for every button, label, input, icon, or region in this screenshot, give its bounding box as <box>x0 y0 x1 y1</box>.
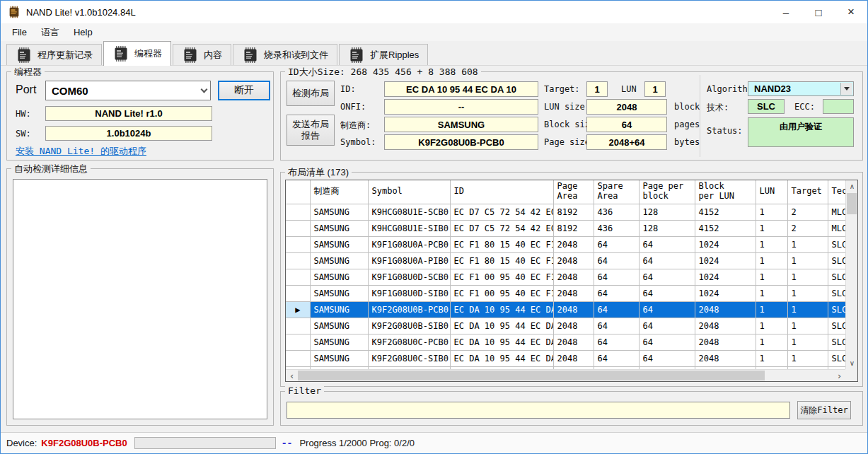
tab[interactable]: 扩展Ripples <box>339 44 428 65</box>
table-cell[interactable]: 1 <box>756 350 787 366</box>
table-cell[interactable]: 64 <box>639 269 695 285</box>
table-cell[interactable]: EC D7 C5 72 54 42 EC D7 <box>450 204 553 220</box>
tab[interactable]: 烧录和读到文件 <box>233 44 337 65</box>
tab[interactable]: 程序更新记录 <box>6 44 102 65</box>
table-cell[interactable]: 64 <box>639 301 695 318</box>
autodetect-textarea[interactable] <box>13 179 267 419</box>
table-cell[interactable]: 64 <box>639 318 695 334</box>
table-cell[interactable]: 436 <box>594 220 639 236</box>
table-cell[interactable]: 2048 <box>695 318 756 334</box>
table-cell[interactable]: K9F1G08U0A-PIB0 <box>368 252 450 269</box>
table-cell[interactable]: 64 <box>594 252 639 269</box>
table-cell[interactable]: SLC <box>828 269 845 285</box>
table-cell[interactable]: 1 <box>787 350 828 366</box>
table-cell[interactable]: 8192 <box>553 220 594 236</box>
table-cell[interactable]: 64 <box>594 236 639 252</box>
table-cell[interactable]: EC DA 10 95 44 EC DA 10 <box>450 318 553 334</box>
tab[interactable]: 编程器 <box>103 41 171 66</box>
table-cell[interactable]: SAMSUNG <box>310 318 368 334</box>
table-cell[interactable]: 64 <box>594 269 639 285</box>
table-cell[interactable]: 2048 <box>553 236 594 252</box>
table-cell[interactable]: EC F1 80 15 40 EC F1 80 <box>450 236 553 252</box>
scroll-left-icon[interactable]: ‹ <box>286 370 298 382</box>
table-cell[interactable]: EC F1 00 95 40 EC F1 00 <box>450 269 553 285</box>
table-cell[interactable]: SAMSUNG <box>310 236 368 252</box>
table-cell[interactable]: 2048 <box>553 252 594 269</box>
tab[interactable]: 内容 <box>173 44 231 65</box>
table-cell[interactable]: EC DA 10 95 44 EC DA 10 <box>450 350 553 366</box>
table-cell[interactable]: 4152 <box>695 204 756 220</box>
table-row[interactable]: ▶SAMSUNGK9F2G08U0B-PCB0EC DA 10 95 44 EC… <box>286 301 845 318</box>
clear-filter-button[interactable]: 清除Filter <box>797 401 851 419</box>
table-cell[interactable]: 2048 <box>553 301 594 318</box>
table-cell[interactable]: SAMSUNG <box>310 301 368 318</box>
maximize-button[interactable]: □ <box>802 1 835 23</box>
table-cell[interactable]: 2048 <box>553 334 594 350</box>
table-cell[interactable]: 64 <box>639 236 695 252</box>
table-cell[interactable]: 1 <box>787 318 828 334</box>
horizontal-scrollbar-thumb[interactable] <box>298 371 765 380</box>
disconnect-button[interactable]: 断开 <box>218 81 270 100</box>
table-cell[interactable]: 2 <box>787 220 828 236</box>
row-selector-cell[interactable] <box>286 204 310 220</box>
column-header[interactable]: Page Area <box>553 180 594 204</box>
table-cell[interactable]: 1 <box>756 301 787 318</box>
algorithm-dropdown-icon[interactable] <box>840 83 852 95</box>
send-layout-report-button[interactable]: 发送布局 报告 <box>287 115 335 146</box>
table-cell[interactable]: EC D7 C5 72 54 42 EC D7 <box>450 220 553 236</box>
table-row[interactable]: SAMSUNGK9F2G08U0C-PCB0EC DA 10 95 44 EC … <box>286 334 845 350</box>
table-cell[interactable]: 1 <box>756 220 787 236</box>
table-row[interactable]: SAMSUNGK9HCG08U1E-SCB0EC D7 C5 72 54 42 … <box>286 204 845 220</box>
filter-input[interactable] <box>287 402 790 419</box>
table-cell[interactable]: SAMSUNG <box>310 334 368 350</box>
table-cell[interactable]: K9HCG08U1E-SIB0 <box>368 220 450 236</box>
scroll-down-icon[interactable]: ∨ <box>846 357 858 369</box>
column-header[interactable]: Symbol <box>368 180 450 204</box>
column-header[interactable]: ID <box>450 180 553 204</box>
table-cell[interactable]: 64 <box>594 350 639 366</box>
table-row[interactable]: SAMSUNGK9F1G08U0A-PCB0EC F1 80 15 40 EC … <box>286 236 845 252</box>
vertical-scrollbar[interactable]: ∧ ∨ <box>845 180 857 369</box>
horizontal-scrollbar[interactable]: ‹ › <box>286 369 845 381</box>
table-cell[interactable]: 2048 <box>695 301 756 318</box>
table-row[interactable]: SAMSUNGK9F1G08U0D-SCB0EC F1 00 95 40 EC … <box>286 269 845 285</box>
table-cell[interactable]: 64 <box>639 285 695 301</box>
table-cell[interactable]: 1024 <box>695 252 756 269</box>
table-cell[interactable]: K9F2G08U0B-PCB0 <box>368 301 450 318</box>
algorithm-combobox[interactable]: NAND23 <box>748 81 854 96</box>
row-selector-cell[interactable] <box>286 285 310 301</box>
table-row[interactable]: SAMSUNGK9F2G08U0C-SIB0EC DA 10 95 44 EC … <box>286 350 845 366</box>
table-cell[interactable]: 1 <box>787 334 828 350</box>
minimize-button[interactable]: – <box>770 1 802 23</box>
table-cell[interactable]: 2048 <box>695 350 756 366</box>
table-cell[interactable]: 1 <box>756 252 787 269</box>
table-cell[interactable]: 1 <box>787 285 828 301</box>
table-cell[interactable]: K9F1G08U0A-PCB0 <box>368 236 450 252</box>
row-selector-cell[interactable] <box>286 252 310 269</box>
table-cell[interactable]: 64 <box>594 301 639 318</box>
table-row[interactable]: SAMSUNGK9F1G08U0D-SIB0EC F1 00 95 40 EC … <box>286 285 845 301</box>
table-cell[interactable]: 64 <box>639 350 695 366</box>
table-cell[interactable]: SAMSUNG <box>310 252 368 269</box>
table-cell[interactable]: 1 <box>756 318 787 334</box>
table-cell[interactable]: 1024 <box>695 236 756 252</box>
table-cell[interactable]: 8192 <box>553 204 594 220</box>
table-cell[interactable]: 1 <box>756 204 787 220</box>
table-cell[interactable]: EC DA 10 95 44 EC DA 10 <box>450 334 553 350</box>
row-selector-cell[interactable] <box>286 318 310 334</box>
table-cell[interactable]: EC F1 00 95 40 EC F1 00 <box>450 285 553 301</box>
row-selector-cell[interactable] <box>286 236 310 252</box>
table-cell[interactable]: 64 <box>639 252 695 269</box>
table-cell[interactable]: 64 <box>594 285 639 301</box>
table-cell[interactable]: 1 <box>787 301 828 318</box>
table-cell[interactable]: 1 <box>756 285 787 301</box>
menu-item[interactable]: Help <box>66 25 100 40</box>
menu-item[interactable]: File <box>5 25 34 40</box>
row-selector-cell[interactable] <box>286 350 310 366</box>
table-cell[interactable]: K9F1G08U0D-SIB0 <box>368 285 450 301</box>
table-cell[interactable]: SLC <box>828 350 845 366</box>
table-cell[interactable]: 1 <box>787 236 828 252</box>
table-row[interactable]: SAMSUNGK9HCG08U1E-SIB0EC D7 C5 72 54 42 … <box>286 220 845 236</box>
vertical-scrollbar-thumb[interactable] <box>847 193 857 214</box>
table-cell[interactable]: K9F1G08U0D-SCB0 <box>368 269 450 285</box>
